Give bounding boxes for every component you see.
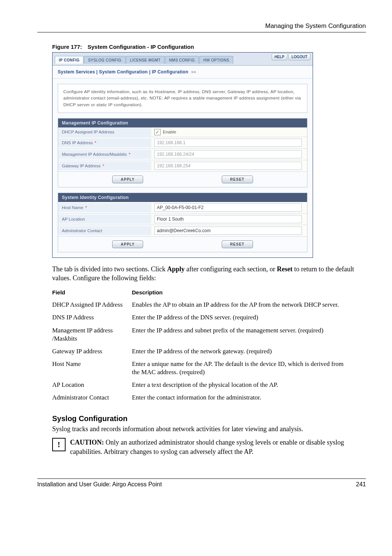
tab-syslog-config[interactable]: SYSLOG CONFIG [84, 56, 125, 64]
breadcrumb-text: System Services | System Configuration |… [58, 69, 188, 75]
checkbox-dhcp-enable[interactable]: ✓ Enable [154, 129, 304, 135]
panel-system-identity-header: System Identity Configuration [58, 193, 307, 202]
checkmark-icon: ✓ [154, 129, 161, 135]
row-admin-contact: Adminstrator Contact [58, 225, 307, 237]
breadcrumb-chevron-icon: >> [191, 70, 196, 74]
header-section-title: Managing the System Configuration [37, 22, 366, 30]
tab-hw-options[interactable]: HW OPTIONS [199, 56, 233, 64]
section-heading-syslog: Syslog Configuration [52, 414, 366, 423]
info-description: Configure AP identity information, such … [58, 84, 307, 113]
table-header-description: Description [132, 286, 358, 298]
header-rule [37, 32, 366, 32]
tab-ip-config[interactable]: IP CONFIG [55, 56, 83, 64]
label-gateway: Gateway IP Address * [58, 161, 151, 170]
apply-button-panel1[interactable]: APPLY [112, 176, 143, 183]
table-row: DNS IP AddressEnter the IP address of th… [52, 311, 358, 324]
panel2-button-row: APPLY RESET [58, 237, 307, 252]
apply-button-panel2[interactable]: APPLY [112, 240, 143, 248]
row-gateway: Gateway IP Address * [58, 160, 307, 172]
table-header-field: Field [52, 286, 132, 298]
input-dns[interactable] [154, 139, 302, 147]
caution-icon: ! [52, 438, 66, 451]
panel1-button-row: APPLY RESET [58, 172, 307, 187]
row-dhcp: DHCP Assigned IP Address ✓ Enable [58, 127, 307, 137]
table-row: Gateway IP addressEnter the IP address o… [52, 345, 358, 358]
caution-block: ! CAUTION: Only an authorized administra… [52, 438, 366, 456]
reset-button-panel1[interactable]: RESET [222, 176, 253, 183]
input-hostname[interactable] [154, 203, 302, 212]
row-hostname: Host Name * [58, 202, 307, 214]
table-row: DHCP Assigned IP AddressEnables the AP t… [52, 298, 358, 311]
tab-nms-config[interactable]: NMS CONFIG [165, 56, 199, 64]
label-dns: DNS IP Address * [58, 138, 151, 147]
checkbox-label: Enable [163, 130, 176, 134]
panel-management-ip: Management IP Configuration DHCP Assigne… [58, 118, 307, 187]
footer-page-number: 241 [356, 481, 366, 488]
reset-button-panel2[interactable]: RESET [222, 240, 253, 248]
input-ap-location[interactable] [154, 215, 302, 223]
caution-text: CAUTION: Only an authorized administrato… [70, 438, 366, 456]
table-row: AP LocationEnter a text description of t… [52, 379, 358, 391]
panel-management-ip-header: Management IP Configuration [58, 119, 307, 127]
label-mgmt-ip: Management IP Address/Maskbits * [58, 150, 151, 159]
page-footer: Installation and User Guide: Airgo Acces… [37, 478, 366, 488]
section-text-syslog: Syslog tracks and records information ab… [52, 424, 366, 433]
help-button[interactable]: HELP [272, 53, 288, 60]
row-mgmt-ip: Management IP Address/Maskbits * [58, 149, 307, 160]
label-ap-location: AP Location [58, 215, 151, 224]
figure-caption: Figure 177: System Configuration - IP Co… [52, 44, 366, 50]
row-ap-location: AP Location [58, 214, 307, 225]
table-row: Host NameEnter a unique name for the AP.… [52, 358, 358, 379]
table-row: Management IP address /MaskbitsEnter the… [52, 324, 358, 345]
footer-left: Installation and User Guide: Airgo Acces… [37, 481, 162, 488]
body-paragraph-1: The tab is divided into two sections. Cl… [52, 265, 366, 283]
table-row: Administrator ContactEnter the contact i… [52, 391, 358, 404]
panel-system-identity: System Identity Configuration Host Name … [58, 193, 307, 252]
label-dhcp: DHCP Assigned IP Address [58, 127, 151, 136]
input-mgmt-ip[interactable] [154, 150, 302, 158]
logout-button[interactable]: LOGOUT [288, 53, 310, 60]
field-description-table: Field Description DHCP Assigned IP Addre… [52, 286, 358, 404]
screenshot-container: IP CONFIG SYSLOG CONFIG LICENSE MGMT NMS… [52, 52, 313, 258]
tab-license-mgmt[interactable]: LICENSE MGMT [126, 56, 165, 64]
label-admin-contact: Adminstrator Contact [58, 226, 151, 235]
label-hostname: Host Name * [58, 203, 151, 212]
input-admin-contact[interactable] [154, 227, 302, 235]
input-gateway[interactable] [154, 162, 302, 170]
screenshot: IP CONFIG SYSLOG CONFIG LICENSE MGMT NMS… [52, 52, 313, 258]
tabs-bar: IP CONFIG SYSLOG CONFIG LICENSE MGMT NMS… [53, 53, 313, 66]
breadcrumb: System Services | System Configuration |… [53, 66, 313, 79]
row-dns: DNS IP Address * [58, 137, 307, 149]
